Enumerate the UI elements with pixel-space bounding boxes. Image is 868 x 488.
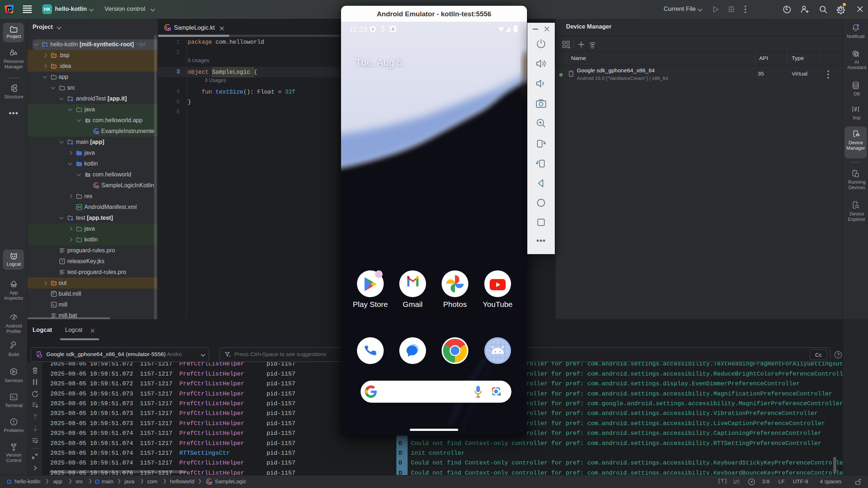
svg-text:?: ? xyxy=(61,259,63,264)
svg-text:A: A xyxy=(391,27,395,32)
